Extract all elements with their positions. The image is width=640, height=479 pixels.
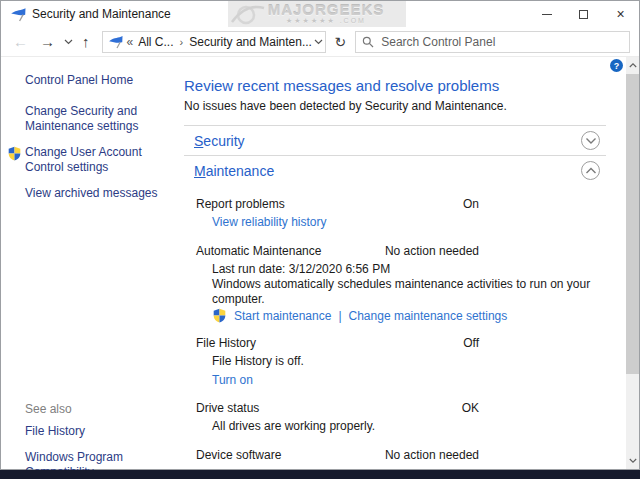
breadcrumb-item-security-maintenance[interactable]: Security and Mainten... [189, 35, 312, 49]
scrollbar-thumb[interactable] [626, 74, 639, 374]
caption-buttons: × [528, 1, 639, 27]
row-status: Off [196, 336, 479, 351]
recent-pages-dropdown[interactable] [61, 39, 76, 45]
maintenance-description: Windows automatically schedules maintena… [184, 277, 606, 307]
maintenance-section-header: Maintenance [184, 156, 606, 185]
app-body: Control Panel Home Change Security and M… [1, 57, 639, 469]
close-icon: × [616, 7, 624, 21]
breadcrumb-separator: › [180, 36, 184, 48]
sidebar-item-change-uac-settings[interactable]: Change User Account Control settings [25, 145, 175, 175]
chevron-down-icon [585, 137, 597, 145]
security-flag-icon [10, 6, 26, 22]
turn-on-link[interactable]: Turn on [212, 373, 253, 387]
action-separator: | [338, 309, 341, 323]
page-subtitle: No issues have been detected by Security… [184, 99, 606, 114]
maximize-icon [579, 10, 588, 19]
maximize-button[interactable] [565, 1, 602, 27]
page-title: Review recent messages and resolve probl… [184, 76, 606, 95]
sidebar-item-label: Change User Account Control settings [25, 145, 142, 174]
watermark-name: MAJORGEEKS [268, 3, 385, 17]
address-dropdown[interactable] [312, 37, 325, 47]
change-maintenance-settings-link[interactable]: Change maintenance settings [349, 309, 508, 323]
help-button[interactable]: ? [610, 59, 623, 72]
forward-button[interactable]: → [34, 34, 61, 49]
automatic-maintenance-row: Automatic Maintenance No action needed [184, 244, 606, 259]
file-history-row: File History Off [184, 336, 606, 351]
breadcrumb[interactable]: « All C... › Security and Mainten... [102, 31, 326, 53]
security-expand-button[interactable] [581, 131, 600, 150]
see-also-header: See also [25, 402, 175, 416]
search-box [355, 31, 630, 53]
last-run-date: Last run date: 3/12/2020 6:56 PM [184, 262, 606, 277]
help-icon: ? [614, 61, 620, 71]
row-status: On [196, 197, 479, 212]
security-section-header: Security [184, 126, 606, 155]
scroll-up-button[interactable] [626, 58, 639, 73]
search-icon [362, 36, 374, 48]
security-section-title[interactable]: Security [194, 133, 245, 149]
breadcrumb-collapse[interactable]: « [127, 35, 134, 49]
uac-shield-icon [7, 146, 22, 161]
watermark-tagline: ★★★★★★ .COM [286, 17, 366, 25]
watermark-swoosh-icon [230, 1, 266, 27]
maintenance-section-title[interactable]: Maintenance [194, 163, 274, 179]
breadcrumb-item-all-control-panel[interactable]: All C... [138, 35, 173, 49]
view-reliability-history-link[interactable]: View reliability history [212, 215, 327, 229]
maintenance-collapse-button[interactable] [581, 161, 600, 180]
uac-shield-icon [212, 308, 227, 323]
minimize-button[interactable] [528, 1, 565, 27]
close-button[interactable]: × [602, 1, 639, 27]
sidebar-item-file-history[interactable]: File History [25, 424, 175, 439]
chevron-up-icon [629, 63, 637, 68]
up-button[interactable]: ↑ [76, 34, 96, 49]
start-maintenance-link[interactable]: Start maintenance [234, 309, 331, 323]
window-title: Security and Maintenance [32, 7, 171, 21]
chevron-up-icon [585, 167, 597, 175]
sidebar-item-change-security-maintenance-settings[interactable]: Change Security and Maintenance settings [25, 104, 175, 134]
main-content: Review recent messages and resolve probl… [181, 57, 626, 469]
search-input[interactable] [381, 35, 623, 49]
device-software-row: Device software No action needed [184, 448, 606, 463]
sidebar-item-view-archived-messages[interactable]: View archived messages [25, 186, 175, 201]
navigation-toolbar: ← → ↑ « All C... › Security and Mainten.… [1, 27, 639, 57]
minimize-icon [542, 14, 552, 15]
row-status: No action needed [196, 244, 479, 259]
security-flag-icon [108, 34, 123, 49]
majorgeeks-watermark: MAJORGEEKS ★★★★★★ .COM [228, 1, 406, 27]
see-also-section: See also File History Windows Program Co… [25, 402, 175, 479]
chevron-down-icon [314, 39, 323, 45]
chevron-down-icon [629, 458, 637, 463]
report-problems-row: Report problems On [184, 197, 606, 212]
drive-status-detail: All drives are working properly. [184, 419, 606, 434]
refresh-button[interactable]: ↻ [326, 34, 356, 50]
maintenance-actions: Start maintenance | Change maintenance s… [184, 308, 606, 323]
security-and-maintenance-window: Security and Maintenance MAJORGEEKS ★★★★… [0, 0, 640, 470]
chevron-down-icon [64, 39, 73, 45]
vertical-scrollbar[interactable] [626, 57, 639, 469]
scroll-down-button[interactable] [626, 453, 639, 468]
file-history-detail: File History is off. [184, 354, 606, 369]
drive-status-row: Drive status OK [184, 401, 606, 416]
sidebar-item-control-panel-home[interactable]: Control Panel Home [25, 73, 175, 88]
back-button[interactable]: ← [7, 34, 34, 49]
row-status: No action needed [196, 448, 479, 463]
row-status: OK [196, 401, 479, 416]
taskbar-edge [0, 470, 640, 479]
sidebar: Control Panel Home Change Security and M… [1, 57, 181, 469]
titlebar: Security and Maintenance MAJORGEEKS ★★★★… [1, 1, 639, 27]
